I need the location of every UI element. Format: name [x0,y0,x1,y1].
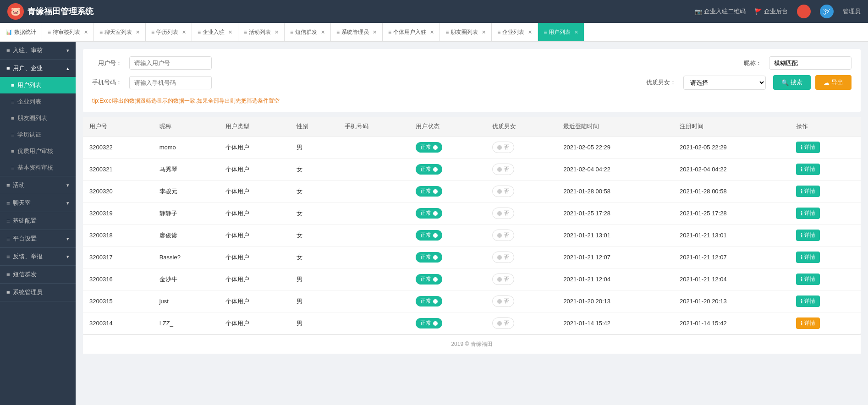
status-badge[interactable]: 正常 [416,296,442,306]
tab-sms-group[interactable]: ≡ 短信群发 ✕ [285,23,331,41]
sidebar-group-entry-review[interactable]: ≡ 入驻、审核 ▾ [0,42,76,59]
sidebar-group-activity[interactable]: ≡ 活动 ▾ [0,176,76,194]
detail-button[interactable]: ℹ详情 [796,164,820,175]
status-badge[interactable]: 正常 [416,186,442,197]
sidebar-group-chat[interactable]: ≡ 聊天室 ▾ [0,194,76,212]
quality-badge[interactable]: 否 [492,274,514,285]
no-dot-icon [497,211,502,216]
sidebar-group-basic-config[interactable]: ≡ 基础配置 [0,212,76,230]
sidebar-group-feedback[interactable]: ≡ 反馈、举报 ▾ [0,248,76,265]
detail-button[interactable]: ℹ详情 [796,296,820,307]
tab-close-icon[interactable]: ✕ [574,29,578,35]
export-button[interactable]: ☁ 导出 [815,75,852,90]
detail-button[interactable]: ℹ详情 [796,208,820,219]
quality-select[interactable]: 请选择 是 否 [683,76,766,90]
info-icon: ℹ [801,276,803,283]
tab-close-icon[interactable]: ✕ [182,29,186,35]
cell-reg-time: 2021-01-28 00:58 [673,181,790,202]
detail-button[interactable]: ℹ详情 [796,142,820,153]
col-last-login: 最近登陆时间 [557,117,673,137]
tab-moments-list[interactable]: ≡ 朋友圈列表 ✕ [440,23,492,41]
nickname-input[interactable] [769,56,852,70]
status-badge[interactable]: 正常 [416,230,442,241]
detail-button[interactable]: ℹ详情 [796,274,820,285]
quality-badge[interactable]: 否 [492,230,514,241]
status-badge[interactable]: 正常 [416,318,442,328]
sidebar-item-enterprise-list[interactable]: ≡ 企业列表 [0,93,76,110]
quality-badge[interactable]: 否 [492,186,514,197]
tab-close-icon[interactable]: ✕ [373,29,377,35]
col-type: 用户类型 [219,117,290,137]
search-form: 用户号： 昵称： 手机号码： 优质男女： 请选择 是 否 🔍 [83,49,861,112]
cell-reg-time: 2021-02-04 04:22 [673,159,790,181]
sidebar-group-sms[interactable]: ≡ 短信群发 [0,266,76,283]
tab-sys-admin[interactable]: ≡ 系统管理员 ✕ [331,23,383,41]
detail-button[interactable]: ℹ详情 [796,317,820,329]
status-badge[interactable]: 正常 [416,164,442,175]
quality-badge[interactable]: 否 [492,142,514,153]
tab-activity-list[interactable]: ≡ 活动列表 ✕ [238,23,285,41]
tab-icon: ≡ [445,29,449,35]
tab-personal-entry[interactable]: ≡ 个体用户入驻 ✕ [383,23,440,41]
tab-pending-review[interactable]: ≡ 待审核列表 ✕ [42,23,94,41]
detail-button[interactable]: ℹ详情 [796,230,820,241]
backend-link[interactable]: 🚩 企业后台 [755,7,788,16]
sidebar-group-user-enterprise[interactable]: ≡ 用户、企业 ▴ [0,60,76,77]
logo: 🐷 青缘福田管理系统 [7,3,93,20]
detail-button[interactable]: ℹ详情 [796,186,820,197]
cell-phone [338,137,409,159]
tab-enterprise-list[interactable]: ≡ 企业列表 ✕ [492,23,538,41]
cell-type: 个体用户 [219,268,290,290]
tab-user-list[interactable]: ≡ 用户列表 ✕ [538,23,584,41]
tab-close-icon[interactable]: ✕ [321,29,325,35]
user-avatar-area[interactable] [797,5,811,18]
tab-close-icon[interactable]: ✕ [275,29,279,35]
cell-last-login: 2021-02-04 04:22 [557,159,673,181]
tab-icon: ≡ [151,29,154,35]
tab-close-icon[interactable]: ✕ [136,29,140,35]
detail-button[interactable]: ℹ详情 [796,252,820,263]
quality-badge[interactable]: 否 [492,296,514,307]
sidebar-item-basic-review[interactable]: ≡ 基本资料审核 [0,159,76,176]
sidebar-group-sysadmin[interactable]: ≡ 系统管理员 [0,284,76,301]
cell-last-login: 2021-01-20 20:13 [557,290,673,312]
user-id-input[interactable] [129,56,212,70]
cell-last-login: 2021-01-21 13:01 [557,224,673,246]
nickname-label: 昵称： [732,59,762,67]
tab-data-stats[interactable]: 📊 数据统计 [0,23,42,41]
sidebar-item-moments-list[interactable]: ≡ 朋友圈列表 [0,110,76,126]
no-dot-icon [497,233,502,238]
tab-close-icon[interactable]: ✕ [528,29,532,35]
sidebar-group-platform[interactable]: ≡ 平台设置 ▾ [0,230,76,247]
quality-badge[interactable]: 否 [492,317,514,329]
cell-last-login: 2021-01-21 12:07 [557,246,673,268]
quality-badge[interactable]: 否 [492,252,514,263]
cell-type: 个体用户 [219,290,290,312]
cell-gender: 女 [290,202,338,224]
tab-close-icon[interactable]: ✕ [430,29,434,35]
tab-chat-room[interactable]: ≡ 聊天室列表 ✕ [94,23,146,41]
logo-icon: 🐷 [7,3,24,20]
sidebar-item-edu-verify[interactable]: ≡ 学历认证 [0,126,76,143]
tab-enterprise-entry[interactable]: ≡ 企业入驻 ✕ [192,23,238,41]
search-button[interactable]: 🔍 搜索 [773,75,811,90]
status-badge[interactable]: 正常 [416,142,442,153]
phone-input[interactable] [129,76,212,89]
quality-badge[interactable]: 否 [492,164,514,175]
tab-close-icon[interactable]: ✕ [84,29,88,35]
cell-quality: 否 [486,202,557,224]
quality-badge[interactable]: 否 [492,208,514,219]
sidebar-item-quality-review[interactable]: ≡ 优质用户审核 [0,143,76,159]
tab-education[interactable]: ≡ 学历列表 ✕ [146,23,192,41]
cell-status: 正常 [409,137,486,159]
tab-close-icon[interactable]: ✕ [482,29,486,35]
status-badge[interactable]: 正常 [416,274,442,285]
sidebar-item-user-list[interactable]: ≡ 用户列表 [0,77,76,93]
layout: ≡ 入驻、审核 ▾ ≡ 用户、企业 ▴ ≡ 用户列表 ≡ 企业列表 ≡ 朋友圈列 [0,42,868,405]
tab-close-icon[interactable]: ✕ [228,29,232,35]
status-badge[interactable]: 正常 [416,252,442,263]
menu-item-icon: ≡ [11,99,15,105]
cell-gender: 女 [290,224,338,246]
status-badge[interactable]: 正常 [416,208,442,219]
qrcode-link[interactable]: 📷 企业入驻二维码 [695,7,746,16]
